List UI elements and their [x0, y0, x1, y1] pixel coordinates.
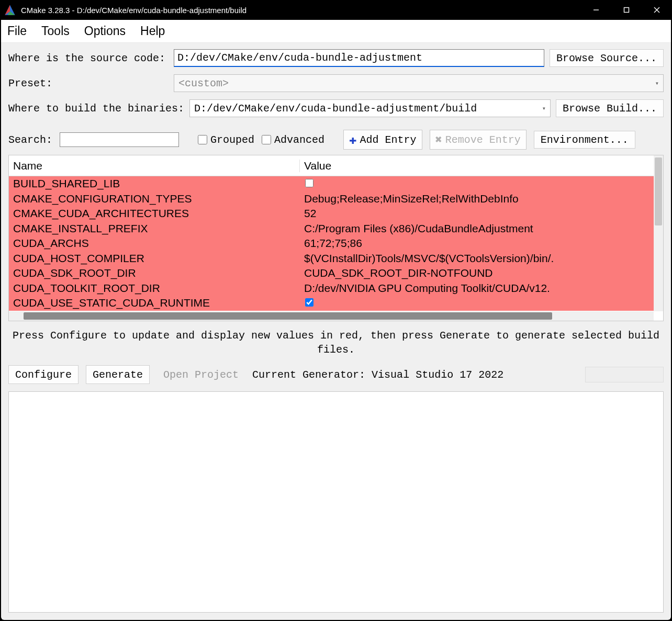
close-button[interactable] — [642, 0, 672, 20]
configure-button[interactable]: Configure — [8, 365, 79, 384]
cache-entry-value[interactable]: $(VCInstallDir)Tools/MSVC/$(VCToolsVersi… — [300, 252, 654, 265]
cache-entry-value[interactable]: D:/dev/NVIDIA GPU Computing Toolkit/CUDA… — [300, 282, 654, 295]
table-row[interactable]: CUDA_USE_STATIC_CUDA_RUNTIME — [9, 296, 654, 311]
table-row[interactable]: CMAKE_CUDA_ARCHITECTURES52 — [9, 206, 654, 221]
menu-options[interactable]: Options — [84, 24, 126, 38]
plus-icon: ✚ — [349, 132, 356, 148]
browse-build-button[interactable]: Browse Build... — [556, 99, 664, 117]
source-label: Where is the source code: — [8, 52, 169, 64]
cache-toolbar: Search: Grouped Advanced ✚ Add Entry ✖ R… — [1, 128, 671, 155]
remove-entry-label: Remove Entry — [445, 134, 521, 146]
menu-file[interactable]: File — [7, 24, 27, 38]
menu-help[interactable]: Help — [140, 24, 165, 38]
scrollbar-thumb[interactable] — [24, 312, 552, 320]
hint-text: Press Configure to update and display ne… — [1, 321, 671, 361]
advanced-check-input[interactable] — [262, 135, 271, 144]
menubar: File Tools Options Help — [1, 20, 671, 43]
cache-entry-name: BUILD_SHARED_LIB — [9, 177, 300, 190]
preset-combo[interactable]: <custom> ▾ — [174, 74, 664, 92]
cache-entry-value[interactable]: 61;72;75;86 — [300, 237, 654, 250]
cache-entry-value[interactable]: 52 — [300, 207, 654, 220]
advanced-label: Advanced — [274, 134, 324, 146]
cache-entry-value[interactable]: Debug;Release;MinSizeRel;RelWithDebInfo — [300, 193, 654, 205]
table-row[interactable]: CUDA_HOST_COMPILER$(VCInstallDir)Tools/M… — [9, 251, 654, 266]
cache-entry-name: CUDA_HOST_COMPILER — [9, 252, 300, 265]
cache-entry-name: CMAKE_INSTALL_PREFIX — [9, 222, 300, 235]
build-path-combo[interactable]: D:/dev/CMake/env/cuda-bundle-adjustment/… — [189, 99, 551, 117]
progress-bar — [585, 367, 664, 382]
add-entry-button[interactable]: ✚ Add Entry — [343, 130, 422, 150]
x-icon: ✖ — [435, 133, 442, 147]
search-label: Search: — [8, 134, 52, 146]
maximize-button[interactable] — [611, 0, 642, 20]
window-body: File Tools Options Help Where is the sou… — [1, 20, 671, 620]
add-entry-label: Add Entry — [360, 134, 417, 146]
col-value-header[interactable]: Value — [300, 160, 663, 172]
action-bar: Configure Generate Open Project Current … — [1, 361, 671, 388]
cache-entry-name: CUDA_USE_STATIC_CUDA_RUNTIME — [9, 297, 300, 309]
preset-value: <custom> — [178, 77, 229, 89]
window-title: CMake 3.28.3 - D:/dev/CMake/env/cuda-bun… — [21, 6, 581, 15]
search-input[interactable] — [60, 132, 179, 147]
current-generator-label: Current Generator: Visual Studio 17 2022 — [252, 369, 503, 381]
path-form: Where is the source code: Browse Source.… — [1, 43, 671, 128]
menu-tools[interactable]: Tools — [41, 24, 70, 38]
cache-entry-value[interactable]: C:/Program Files (x86)/CudaBundleAdjustm… — [300, 222, 654, 235]
cache-entry-name: CUDA_TOOLKIT_ROOT_DIR — [9, 282, 300, 295]
chevron-down-icon: ▾ — [655, 80, 659, 87]
cache-bool-checkbox[interactable] — [305, 298, 313, 307]
grouped-label: Grouped — [210, 134, 254, 146]
browse-source-button[interactable]: Browse Source... — [550, 49, 664, 67]
cache-entry-value[interactable] — [300, 297, 654, 309]
cache-table: Name Value BUILD_SHARED_LIBCMAKE_CONFIGU… — [8, 155, 664, 321]
minimize-button[interactable] — [581, 0, 611, 20]
grouped-check-input[interactable] — [198, 135, 207, 144]
output-log[interactable] — [8, 391, 664, 613]
remove-entry-button[interactable]: ✖ Remove Entry — [430, 130, 527, 150]
table-row[interactable]: BUILD_SHARED_LIB — [9, 176, 654, 191]
build-path-value: D:/dev/CMake/env/cuda-bundle-adjustment/… — [194, 103, 477, 115]
table-row[interactable]: CUDA_TOOLKIT_ROOT_DIRD:/dev/NVIDIA GPU C… — [9, 281, 654, 296]
build-label: Where to build the binaries: — [8, 103, 184, 115]
table-row[interactable]: CUDA_ARCHS61;72;75;86 — [9, 236, 654, 251]
horizontal-scrollbar[interactable] — [9, 311, 654, 321]
cache-entry-name: CUDA_ARCHS — [9, 237, 300, 250]
titlebar: CMake 3.28.3 - D:/dev/CMake/env/cuda-bun… — [0, 0, 672, 20]
grouped-checkbox[interactable]: Grouped — [198, 134, 254, 146]
cache-entry-value[interactable] — [300, 177, 654, 190]
scrollbar-thumb[interactable] — [655, 157, 662, 225]
table-header: Name Value — [9, 155, 663, 176]
environment-button[interactable]: Environment... — [534, 131, 635, 149]
cache-entry-name: CUDA_SDK_ROOT_DIR — [9, 267, 300, 279]
cache-entry-name: CMAKE_CUDA_ARCHITECTURES — [9, 207, 300, 220]
table-row[interactable]: CMAKE_INSTALL_PREFIXC:/Program Files (x8… — [9, 221, 654, 236]
col-name-header[interactable]: Name — [9, 160, 300, 172]
table-row[interactable]: CUDA_SDK_ROOT_DIRCUDA_SDK_ROOT_DIR-NOTFO… — [9, 266, 654, 281]
table-body: BUILD_SHARED_LIBCMAKE_CONFIGURATION_TYPE… — [9, 176, 654, 311]
preset-label: Preset: — [8, 77, 169, 89]
open-project-button[interactable]: Open Project — [157, 365, 245, 384]
cache-entry-name: CMAKE_CONFIGURATION_TYPES — [9, 193, 300, 205]
window-controls — [581, 0, 672, 20]
generate-button[interactable]: Generate — [86, 365, 150, 384]
advanced-checkbox[interactable]: Advanced — [262, 134, 324, 146]
cache-entry-value[interactable]: CUDA_SDK_ROOT_DIR-NOTFOUND — [300, 267, 654, 279]
source-path-input[interactable] — [174, 49, 544, 67]
svg-rect-4 — [624, 8, 629, 13]
cmake-icon — [4, 4, 16, 16]
cache-bool-checkbox[interactable] — [305, 179, 313, 187]
table-row[interactable]: CMAKE_CONFIGURATION_TYPESDebug;Release;M… — [9, 191, 654, 207]
chevron-down-icon: ▾ — [542, 105, 546, 112]
vertical-scrollbar[interactable] — [654, 155, 663, 311]
